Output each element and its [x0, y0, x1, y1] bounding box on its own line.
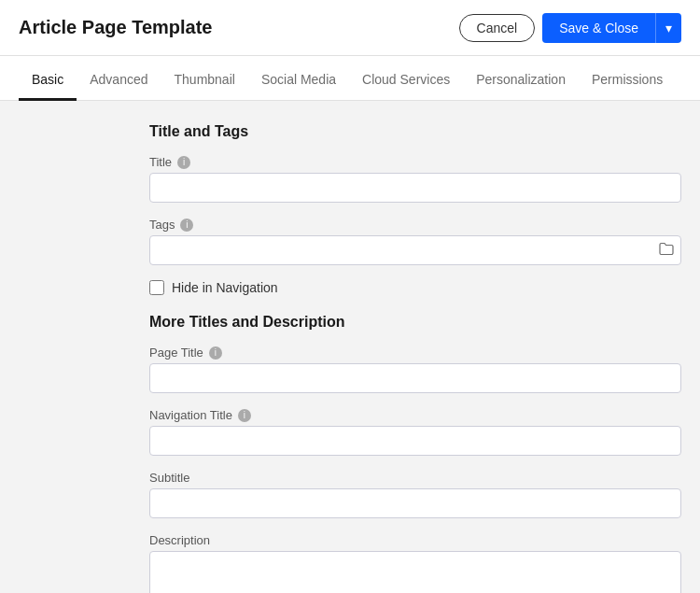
tab-personalization[interactable]: Personalization — [463, 61, 579, 101]
header: Article Page Template Cancel Save & Clos… — [0, 0, 700, 56]
title-tags-section: Title and Tags Title i Tags i — [149, 123, 681, 295]
nav-title-field-group: Navigation Title i — [149, 408, 681, 456]
page-title-input[interactable] — [149, 363, 681, 393]
subtitle-input[interactable] — [149, 488, 681, 518]
tab-social-media[interactable]: Social Media — [248, 61, 349, 101]
nav-title-input[interactable] — [149, 426, 681, 456]
save-dropdown-button[interactable] — [655, 13, 681, 43]
description-field-row — [149, 551, 681, 593]
tab-advanced[interactable]: Advanced — [77, 61, 161, 101]
nav-title-label: Navigation Title i — [149, 408, 681, 422]
description-field-group: Description — [149, 533, 681, 593]
title-tags-heading: Title and Tags — [149, 123, 681, 140]
more-titles-heading: More Titles and Description — [149, 314, 681, 331]
tags-field-row — [149, 235, 681, 265]
title-label: Title i — [149, 155, 681, 169]
page-title-field-group: Page Title i — [149, 346, 681, 393]
tags-field-group: Tags i — [149, 218, 681, 265]
page-title-field-row — [149, 363, 681, 393]
page-title-label: Page Title i — [149, 346, 681, 360]
tags-info-icon[interactable]: i — [180, 219, 193, 232]
description-label: Description — [149, 533, 681, 547]
tab-thumbnail[interactable]: Thumbnail — [161, 61, 248, 101]
hide-nav-checkbox[interactable] — [149, 280, 164, 295]
header-actions: Cancel Save & Close — [459, 13, 681, 43]
title-field-group: Title i — [149, 155, 681, 203]
save-close-button[interactable]: Save & Close — [542, 13, 655, 43]
page-wrapper: Article Page Template Cancel Save & Clos… — [0, 0, 700, 593]
content-area: Title and Tags Title i Tags i — [0, 101, 700, 593]
tab-cloud-services[interactable]: Cloud Services — [349, 61, 463, 101]
page-title: Article Page Template — [19, 17, 212, 38]
tabs-bar: Basic Advanced Thumbnail Social Media Cl… — [0, 56, 700, 101]
nav-title-info-icon[interactable]: i — [238, 409, 251, 422]
folder-icon[interactable] — [659, 243, 674, 259]
tab-basic[interactable]: Basic — [19, 61, 77, 101]
subtitle-field-row — [149, 488, 681, 518]
page-title-info-icon[interactable]: i — [209, 346, 222, 360]
nav-title-field-row — [149, 426, 681, 456]
subtitle-field-group: Subtitle — [149, 471, 681, 518]
tags-input[interactable] — [149, 235, 681, 265]
hide-nav-label[interactable]: Hide in Navigation — [172, 280, 278, 295]
tab-permissions[interactable]: Permissions — [579, 61, 676, 101]
more-titles-section: More Titles and Description Page Title i… — [149, 314, 681, 593]
title-input[interactable] — [149, 173, 681, 203]
chevron-down-icon — [665, 21, 672, 35]
hide-nav-row: Hide in Navigation — [149, 280, 681, 295]
title-info-icon[interactable]: i — [177, 156, 190, 169]
subtitle-label: Subtitle — [149, 471, 681, 485]
tags-label: Tags i — [149, 218, 681, 232]
description-input[interactable] — [149, 551, 681, 593]
cancel-button[interactable]: Cancel — [459, 14, 536, 42]
title-field-row — [149, 173, 681, 203]
save-close-group: Save & Close — [542, 13, 681, 43]
